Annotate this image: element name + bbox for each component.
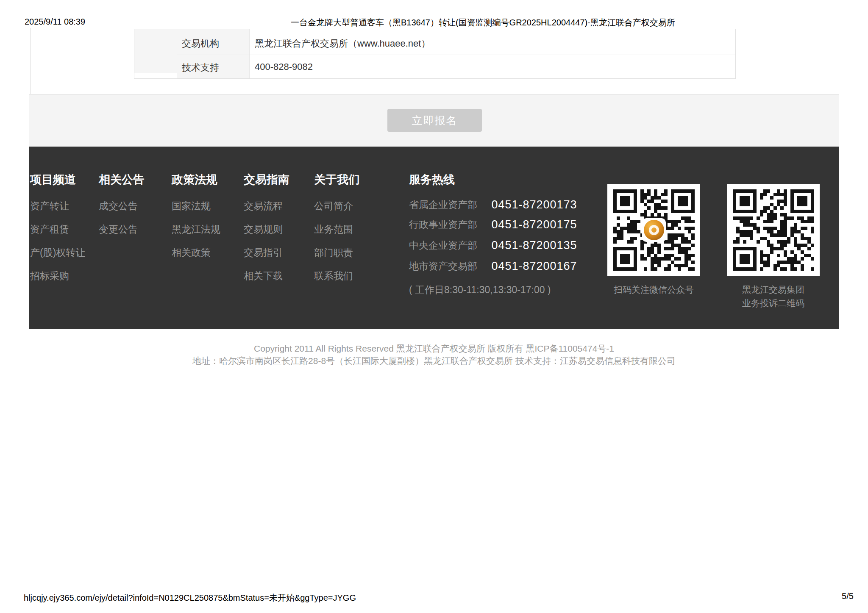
service-hotline: 服务热线 省属企业资产部 0451-87200173 行政事业资产部 0451-… <box>409 174 612 186</box>
wechat-qr-unit: 扫码关注微信公众号 <box>607 184 700 297</box>
footer-link[interactable]: 国家法规 <box>172 201 220 211</box>
footer-divider <box>385 176 385 273</box>
hotline-dept: 行政事业资产部 <box>409 218 490 231</box>
print-url: hljcqjy.ejy365.com/ejy/detail?infoId=N01… <box>24 592 356 604</box>
footer-nav-column-about: 关于我们 公司简介 业务范围 部门职责 联系我们 <box>314 174 360 294</box>
hotline-dept: 省属企业资产部 <box>409 198 490 211</box>
table-label-support: 技术支持 <box>182 61 219 74</box>
print-page: 2025/9/11 08:39 一台金龙牌大型普通客车（黑B13647）转让(国… <box>0 0 868 613</box>
print-title: 一台金龙牌大型普通客车（黑B13647）转让(国资监测编号GR2025HL200… <box>291 17 675 28</box>
footer-link[interactable]: 成交公告 <box>99 201 145 211</box>
footer-column-title: 项目频道 <box>30 174 85 186</box>
footer-link[interactable]: 交易流程 <box>244 201 289 211</box>
complaint-qr-caption-line2: 业务投诉二维码 <box>727 297 820 310</box>
wechat-qr-code <box>607 184 700 276</box>
footer-nav-column-announcements: 相关公告 成交公告 变更公告 <box>99 174 145 247</box>
footer-nav-column-guide: 交易指南 交易流程 交易规则 交易指引 相关下载 <box>244 174 289 294</box>
footer-column-title: 政策法规 <box>172 174 220 186</box>
hotline-row: 省属企业资产部 0451-87200173 <box>409 198 577 211</box>
footer-link[interactable]: 业务范围 <box>314 224 360 234</box>
hotline-dept: 中央企业资产部 <box>409 239 490 252</box>
complaint-qr-code <box>727 184 820 276</box>
table-label-exchange: 交易机构 <box>182 37 219 50</box>
hotline-phone: 0451-87200167 <box>491 260 577 273</box>
footer-link[interactable]: 资产转让 <box>30 201 85 211</box>
table-row-border <box>177 55 735 55</box>
copyright-line2: 地址：哈尔滨市南岗区长江路28-8号（长江国际大厦副楼）黑龙江联合产权交易所 技… <box>0 355 868 367</box>
signup-band: 立即报名 <box>29 94 839 147</box>
table-value-support: 400-828-9082 <box>255 61 313 72</box>
footer-link[interactable]: 变更公告 <box>99 224 145 234</box>
footer-link[interactable]: 资产租赁 <box>30 224 85 234</box>
footer-link[interactable]: 交易规则 <box>244 224 289 234</box>
footer-link[interactable]: 相关下载 <box>244 271 289 281</box>
footer-link[interactable]: 部门职责 <box>314 247 360 258</box>
complaint-qr-caption-line1: 黑龙江交易集团 <box>727 283 820 297</box>
info-table: 交易机构 黑龙江联合产权交易所（www.huaee.net） 技术支持 400-… <box>134 29 736 79</box>
table-column-border <box>177 29 177 78</box>
footer-link[interactable]: 联系我们 <box>314 271 360 281</box>
qr-code-image <box>733 189 814 271</box>
footer-column-title: 关于我们 <box>314 174 360 186</box>
copyright-line1: Copyright 2011 All Rights Reserved 黑龙江联合… <box>0 343 868 355</box>
hotline-work-hours: ( 工作日8:30-11:30,13:30-17:00 ) <box>409 283 551 297</box>
table-value-exchange: 黑龙江联合产权交易所（www.huaee.net） <box>255 37 430 50</box>
hotline-phone: 0451-87200175 <box>491 218 577 231</box>
footer-nav-column-policies: 政策法规 国家法规 黑龙江法规 相关政策 <box>172 174 220 271</box>
hotline-row: 行政事业资产部 0451-87200175 <box>409 218 577 231</box>
footer-column-title: 交易指南 <box>244 174 289 186</box>
signup-button[interactable]: 立即报名 <box>387 109 482 132</box>
footer-nav-column-projects: 项目频道 资产转让 资产租赁 产(股)权转让 招标采购 <box>30 174 85 294</box>
print-datetime: 2025/9/11 08:39 <box>25 17 85 27</box>
print-page-number: 5/5 <box>839 591 856 601</box>
table-column-border <box>249 29 250 78</box>
footer-link[interactable]: 交易指引 <box>244 247 289 258</box>
content-panel-border <box>30 28 31 94</box>
exchange-logo-icon <box>642 218 666 242</box>
footer-link[interactable]: 招标采购 <box>30 271 85 281</box>
complaint-qr-caption: 黑龙江交易集团 业务投诉二维码 <box>727 283 820 310</box>
site-footer: 项目频道 资产转让 资产租赁 产(股)权转让 招标采购 相关公告 成交公告 变更… <box>29 147 839 329</box>
footer-column-title: 相关公告 <box>99 174 145 186</box>
footer-link[interactable]: 相关政策 <box>172 247 220 258</box>
hotline-row: 中央企业资产部 0451-87200135 <box>409 239 577 252</box>
service-hotline-title: 服务热线 <box>409 174 612 186</box>
footer-link[interactable]: 产(股)权转让 <box>30 247 85 258</box>
hotline-row: 地市资产交易部 0451-87200167 <box>409 260 577 273</box>
footer-link[interactable]: 黑龙江法规 <box>172 224 220 234</box>
hotline-phone: 0451-87200173 <box>491 198 577 211</box>
table-rowspan-cell <box>134 29 177 73</box>
wechat-qr-caption: 扫码关注微信公众号 <box>607 283 700 297</box>
hotline-dept: 地市资产交易部 <box>409 260 490 273</box>
complaint-qr-unit: 黑龙江交易集团 业务投诉二维码 <box>727 184 820 310</box>
hotline-phone: 0451-87200135 <box>491 239 577 252</box>
footer-link[interactable]: 公司简介 <box>314 201 360 211</box>
